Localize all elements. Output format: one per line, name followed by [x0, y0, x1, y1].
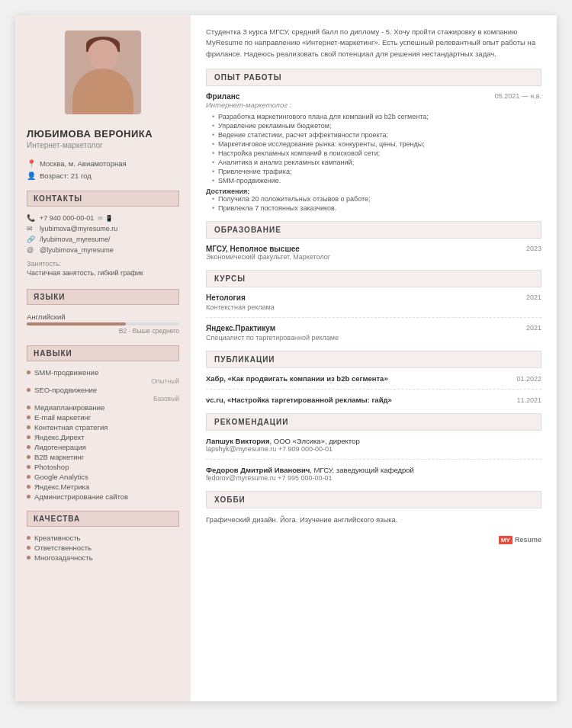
skill-dot — [27, 475, 31, 479]
skill-name: Медиапланирование — [34, 403, 104, 412]
full-name: ЛЮБИМОВА ВЕРОНИКА — [27, 128, 179, 140]
lang-level: B2 - Выше среднего — [27, 327, 179, 335]
ref-contact-1: lapshyk@myresume.ru +7 909 000-00-01 — [206, 445, 541, 453]
lang-bar — [27, 322, 126, 326]
skill-level-smm: Опытный — [15, 377, 191, 385]
achievement-item: Привлекла 7 постоянных заказчиков. — [212, 204, 541, 212]
pub-name-2: vc.ru, «Настройка таргетированной реклам… — [206, 396, 392, 404]
quality-name: Многозадачность — [34, 553, 93, 562]
hobbies-header: ХОББИ — [206, 491, 541, 508]
skill-dot — [27, 465, 31, 469]
skill-dot — [27, 388, 31, 392]
course-row-2: Яндекс.Практикум 2021 — [206, 324, 541, 332]
skill-name: Лидогенерация — [34, 443, 86, 451]
ref-2: Федоров Дмитрий Иванович, МГСУ, заведующ… — [206, 466, 541, 482]
contacts-header: КОНТАКТЫ — [27, 191, 179, 207]
summary-text: Студентка 3 курса МГСУ, средний балл по … — [206, 27, 541, 59]
course-year-2: 2021 — [526, 324, 541, 332]
hobbies-section: Графический дизайн. Йога. Изучение англи… — [206, 515, 541, 525]
location-icon: 📍 — [27, 159, 36, 168]
skill-yandex-direct: Яндекс.Директ — [15, 432, 191, 442]
website-text: /lyubimova_myresume/ — [40, 236, 111, 243]
ref-1: Лапшук Виктория, ООО «Элсика», директор … — [206, 437, 541, 453]
qualities-header: КАЧЕСТВА — [27, 511, 179, 527]
course-row-1: Нетология 2021 — [206, 293, 541, 302]
skill-dot — [27, 455, 31, 459]
bullet-item: Привлечение трафика; — [212, 168, 541, 175]
logo-my: MY — [499, 536, 513, 544]
skill-dot — [27, 445, 31, 449]
skill-photoshop: Photoshop — [15, 462, 191, 472]
name-section: ЛЮБИМОВА ВЕРОНИКА Интернет-маркетолог — [15, 122, 191, 157]
quality-3: Многозадачность — [15, 553, 191, 563]
quality-dot — [27, 556, 31, 560]
skill-email: E-mail маркетинг — [15, 412, 191, 422]
edu-sub: Экономический факультет. Маркетолог — [206, 253, 541, 261]
courses-header: КУРСЫ — [206, 270, 541, 287]
skill-name: E-mail маркетинг — [34, 413, 91, 422]
lang-name: Английский — [27, 313, 179, 321]
employment-value: Частичная занятость, гибкий график — [15, 269, 191, 280]
avatar-body — [72, 69, 133, 114]
course-sub-1: Контекстная реклама — [206, 303, 541, 311]
email-text: lyubimova@myresume.ru — [40, 225, 117, 233]
languages-header: ЯЗЫКИ — [27, 289, 179, 305]
course-name-1: Нетология — [206, 293, 246, 302]
work-header: ОПЫТ РАБОТЫ — [206, 69, 541, 86]
bullet-item: Управление рекламным бюджетом; — [212, 122, 541, 130]
skill-dot — [27, 435, 31, 439]
age-text: Возраст: 21 год — [40, 172, 92, 180]
courses-section: Нетология 2021 Контекстная реклама Яндек… — [206, 293, 541, 342]
work-company: Фриланс — [206, 92, 239, 101]
link-icon: 🔗 — [27, 236, 36, 243]
logo-area: MY Resume — [206, 534, 541, 544]
skill-level-seo: Базовый — [15, 395, 191, 402]
age-item: 👤 Возраст: 21 год — [15, 169, 191, 181]
phone-text: +7 940 000-00-01 — [40, 214, 94, 222]
divider — [206, 317, 541, 318]
phone-item: 📞 +7 940 000-00-01 ✉ 📱 — [15, 213, 191, 223]
work-row: Фриланс 05.2021 — н.в. — [206, 92, 541, 101]
pub-name-1: Хабр, «Как продвигать компании из b2b се… — [206, 374, 388, 383]
email-icon: ✉ — [27, 225, 36, 233]
job-title: Интернет-маркетолог — [27, 141, 179, 149]
location-item: 📍 Москва, м. Авиамоторная — [15, 157, 191, 169]
avatar — [65, 30, 141, 114]
skill-admin: Администрирование сайтов — [15, 492, 191, 502]
skill-name: Контентная стратегия — [34, 423, 108, 431]
work-section: Фриланс 05.2021 — н.в. Интернет-маркетол… — [206, 92, 541, 212]
skills-header: НАВЫКИ — [27, 345, 179, 361]
skill-seo: SEO-продвижение — [15, 385, 191, 395]
pub-date-1: 01.2022 — [516, 375, 541, 383]
bullet-item: Аналитика и анализ рекламных кампаний; — [212, 159, 541, 166]
resume-container: ЛЮБИМОВА ВЕРОНИКА Интернет-маркетолог 📍 … — [15, 15, 557, 701]
course-name-2: Яндекс.Практикум — [206, 324, 275, 332]
ref-name-2: Федоров Дмитрий Иванович, МГСУ, заведующ… — [206, 466, 541, 474]
skill-name: Администрирование сайтов — [34, 492, 128, 501]
skill-name: B2B маркетинг — [34, 453, 84, 461]
social-icon: @ — [27, 246, 36, 254]
achievements-label: Достижения: — [206, 188, 541, 195]
edu-name: МГСУ, Неполное высшее — [206, 245, 300, 253]
skill-name: Google Analytics — [34, 473, 88, 481]
education-header: ОБРАЗОВАНИЕ — [206, 221, 541, 239]
bullet-item: Разработка маркетингового плана для комп… — [212, 113, 541, 120]
person-icon: 👤 — [27, 171, 36, 180]
ref-name-1: Лапшук Виктория, ООО «Элсика», директор — [206, 437, 541, 445]
skill-name: Яндекс.Метрика — [34, 483, 89, 491]
quality-name: Креативность — [34, 534, 80, 542]
skill-smm: SMM-продвижение — [15, 367, 191, 377]
divider — [206, 389, 541, 390]
language-item: Английский B2 - Выше среднего — [15, 311, 191, 336]
avatar-head — [88, 40, 118, 70]
skill-dot — [27, 415, 31, 419]
edu-year: 2023 — [526, 245, 541, 253]
quality-2: Ответственность — [15, 543, 191, 553]
skill-name: Яндекс.Директ — [34, 433, 85, 441]
edu-row: МГСУ, Неполное высшее 2023 — [206, 245, 541, 253]
lang-bar-container — [27, 322, 179, 326]
achievement-item: Получила 20 положительных отзывов о рабо… — [212, 195, 541, 203]
social-item: @ @lyubimova_myresume — [15, 245, 191, 255]
skill-lead: Лидогенерация — [15, 442, 191, 452]
phone-icon: 📞 — [27, 214, 36, 222]
